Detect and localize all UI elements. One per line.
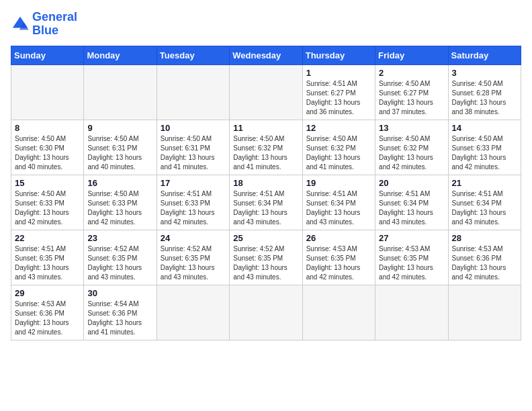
- day-number: 9: [87, 123, 152, 133]
- day-number: 27: [379, 233, 444, 243]
- day-number: 15: [15, 178, 80, 188]
- weekday-header-friday: Friday: [375, 46, 448, 64]
- day-info: Sunrise: 4:50 AMSunset: 6:30 PMDaylight:…: [15, 134, 80, 172]
- calendar-cell: 20Sunrise: 4:51 AMSunset: 6:34 PMDayligh…: [375, 175, 448, 230]
- day-number: 12: [306, 123, 371, 133]
- calendar-week-row: 15Sunrise: 4:50 AMSunset: 6:33 PMDayligh…: [11, 175, 521, 230]
- day-number: 13: [379, 123, 444, 133]
- calendar-cell: 22Sunrise: 4:51 AMSunset: 6:35 PMDayligh…: [11, 230, 84, 285]
- calendar-table: SundayMondayTuesdayWednesdayThursdayFrid…: [11, 46, 521, 340]
- logo: General Blue: [11, 11, 77, 38]
- calendar-week-row: 22Sunrise: 4:51 AMSunset: 6:35 PMDayligh…: [11, 230, 521, 285]
- calendar-cell: 17Sunrise: 4:51 AMSunset: 6:33 PMDayligh…: [157, 175, 229, 230]
- calendar-cell: [375, 285, 448, 340]
- day-info: Sunrise: 4:50 AMSunset: 6:33 PMDaylight:…: [15, 189, 80, 227]
- day-number: 25: [233, 233, 298, 243]
- weekday-header-monday: Monday: [84, 46, 157, 64]
- calendar-cell: 19Sunrise: 4:51 AMSunset: 6:34 PMDayligh…: [302, 175, 375, 230]
- calendar-cell: 14Sunrise: 4:50 AMSunset: 6:33 PMDayligh…: [448, 120, 521, 175]
- day-info: Sunrise: 4:50 AMSunset: 6:33 PMDaylight:…: [452, 134, 517, 172]
- calendar-cell: 10Sunrise: 4:50 AMSunset: 6:31 PMDayligh…: [157, 120, 229, 175]
- calendar-cell: 23Sunrise: 4:52 AMSunset: 6:35 PMDayligh…: [84, 230, 157, 285]
- calendar-cell: [157, 285, 229, 340]
- calendar-cell: 3Sunrise: 4:50 AMSunset: 6:28 PMDaylight…: [448, 64, 521, 120]
- day-info: Sunrise: 4:50 AMSunset: 6:32 PMDaylight:…: [233, 134, 298, 172]
- day-info: Sunrise: 4:53 AMSunset: 6:35 PMDaylight:…: [379, 244, 444, 282]
- logo-text2: Blue: [32, 24, 77, 38]
- calendar-cell: 12Sunrise: 4:50 AMSunset: 6:32 PMDayligh…: [302, 120, 375, 175]
- calendar-cell: [230, 64, 302, 120]
- day-number: 29: [15, 288, 80, 298]
- day-info: Sunrise: 4:53 AMSunset: 6:36 PMDaylight:…: [15, 300, 80, 337]
- day-info: Sunrise: 4:52 AMSunset: 6:35 PMDaylight:…: [87, 244, 152, 282]
- calendar-cell: 16Sunrise: 4:50 AMSunset: 6:33 PMDayligh…: [84, 175, 157, 230]
- calendar-cell: 24Sunrise: 4:52 AMSunset: 6:35 PMDayligh…: [157, 230, 229, 285]
- calendar-cell: 15Sunrise: 4:50 AMSunset: 6:33 PMDayligh…: [11, 175, 84, 230]
- logo-icon: [11, 15, 30, 34]
- day-info: Sunrise: 4:54 AMSunset: 6:36 PMDaylight:…: [87, 300, 152, 337]
- calendar-cell: [302, 285, 375, 340]
- day-number: 19: [306, 178, 371, 188]
- day-number: 18: [233, 178, 298, 188]
- day-number: 17: [161, 178, 226, 188]
- day-number: 21: [452, 178, 517, 188]
- day-info: Sunrise: 4:50 AMSunset: 6:28 PMDaylight:…: [452, 79, 517, 117]
- day-number: 3: [452, 68, 517, 78]
- day-number: 26: [306, 233, 371, 243]
- day-info: Sunrise: 4:50 AMSunset: 6:32 PMDaylight:…: [306, 134, 371, 172]
- day-info: Sunrise: 4:51 AMSunset: 6:35 PMDaylight:…: [15, 244, 80, 282]
- calendar-cell: [448, 285, 521, 340]
- day-info: Sunrise: 4:53 AMSunset: 6:35 PMDaylight:…: [306, 244, 371, 282]
- day-info: Sunrise: 4:51 AMSunset: 6:33 PMDaylight:…: [161, 189, 226, 227]
- calendar-week-row: 8Sunrise: 4:50 AMSunset: 6:30 PMDaylight…: [11, 120, 521, 175]
- calendar-cell: 8Sunrise: 4:50 AMSunset: 6:30 PMDaylight…: [11, 120, 84, 175]
- day-number: 10: [161, 123, 226, 133]
- day-info: Sunrise: 4:51 AMSunset: 6:34 PMDaylight:…: [379, 189, 444, 227]
- calendar-cell: 1Sunrise: 4:51 AMSunset: 6:27 PMDaylight…: [302, 64, 375, 120]
- day-info: Sunrise: 4:53 AMSunset: 6:36 PMDaylight:…: [452, 244, 517, 282]
- weekday-header-tuesday: Tuesday: [157, 46, 229, 64]
- day-info: Sunrise: 4:51 AMSunset: 6:27 PMDaylight:…: [306, 79, 371, 117]
- calendar-week-row: 1Sunrise: 4:51 AMSunset: 6:27 PMDaylight…: [11, 64, 521, 120]
- calendar-cell: [11, 64, 84, 120]
- calendar-cell: [84, 64, 157, 120]
- weekday-header-saturday: Saturday: [448, 46, 521, 64]
- day-info: Sunrise: 4:51 AMSunset: 6:34 PMDaylight:…: [233, 189, 298, 227]
- calendar-week-row: 29Sunrise: 4:53 AMSunset: 6:36 PMDayligh…: [11, 285, 521, 340]
- day-number: 16: [87, 178, 152, 188]
- day-info: Sunrise: 4:51 AMSunset: 6:34 PMDaylight:…: [452, 189, 517, 227]
- calendar-cell: 2Sunrise: 4:50 AMSunset: 6:27 PMDaylight…: [375, 64, 448, 120]
- calendar-cell: [230, 285, 302, 340]
- day-number: 24: [161, 233, 226, 243]
- day-number: 8: [15, 123, 80, 133]
- day-info: Sunrise: 4:51 AMSunset: 6:34 PMDaylight:…: [306, 189, 371, 227]
- calendar-cell: 9Sunrise: 4:50 AMSunset: 6:31 PMDaylight…: [84, 120, 157, 175]
- day-number: 28: [452, 233, 517, 243]
- day-number: 23: [87, 233, 152, 243]
- day-number: 1: [306, 68, 371, 78]
- calendar-cell: 13Sunrise: 4:50 AMSunset: 6:32 PMDayligh…: [375, 120, 448, 175]
- weekday-header-wednesday: Wednesday: [230, 46, 302, 64]
- calendar-cell: 30Sunrise: 4:54 AMSunset: 6:36 PMDayligh…: [84, 285, 157, 340]
- day-number: 20: [379, 178, 444, 188]
- calendar-cell: 11Sunrise: 4:50 AMSunset: 6:32 PMDayligh…: [230, 120, 302, 175]
- day-number: 14: [452, 123, 517, 133]
- day-info: Sunrise: 4:50 AMSunset: 6:31 PMDaylight:…: [87, 134, 152, 172]
- day-info: Sunrise: 4:52 AMSunset: 6:35 PMDaylight:…: [233, 244, 298, 282]
- calendar-cell: 25Sunrise: 4:52 AMSunset: 6:35 PMDayligh…: [230, 230, 302, 285]
- day-info: Sunrise: 4:50 AMSunset: 6:32 PMDaylight:…: [379, 134, 444, 172]
- page-header: General Blue: [11, 11, 521, 38]
- weekday-header-thursday: Thursday: [302, 46, 375, 64]
- calendar-cell: 21Sunrise: 4:51 AMSunset: 6:34 PMDayligh…: [448, 175, 521, 230]
- calendar-cell: 27Sunrise: 4:53 AMSunset: 6:35 PMDayligh…: [375, 230, 448, 285]
- calendar-cell: [157, 64, 229, 120]
- logo-text: General: [32, 11, 77, 24]
- day-info: Sunrise: 4:50 AMSunset: 6:27 PMDaylight:…: [379, 79, 444, 117]
- calendar-cell: 18Sunrise: 4:51 AMSunset: 6:34 PMDayligh…: [230, 175, 302, 230]
- calendar-cell: 28Sunrise: 4:53 AMSunset: 6:36 PMDayligh…: [448, 230, 521, 285]
- day-number: 30: [87, 288, 152, 298]
- day-number: 11: [233, 123, 298, 133]
- day-number: 2: [379, 68, 444, 78]
- calendar-cell: 29Sunrise: 4:53 AMSunset: 6:36 PMDayligh…: [11, 285, 84, 340]
- day-info: Sunrise: 4:50 AMSunset: 6:31 PMDaylight:…: [161, 134, 226, 172]
